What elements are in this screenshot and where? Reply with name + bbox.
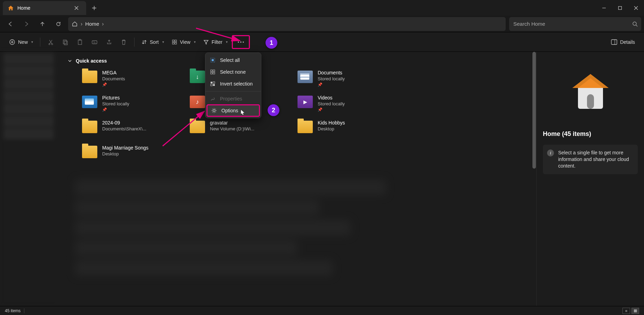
sort-icon — [141, 39, 147, 45]
svg-rect-0 — [619, 6, 622, 9]
maximize-button[interactable] — [612, 1, 628, 15]
view-details-toggle[interactable]: ≡ — [622, 308, 630, 314]
back-button[interactable] — [3, 17, 18, 31]
view-button[interactable]: View ▾ — [168, 35, 199, 49]
cut-button[interactable] — [44, 35, 58, 49]
quick-access-header[interactable]: Quick access — [58, 52, 536, 67]
copy-icon — [62, 39, 68, 45]
more-context-menu: Select all Select none Invert selection … — [205, 52, 261, 118]
details-label: Details — [620, 39, 635, 45]
new-icon — [9, 39, 15, 45]
navigation-sidebar[interactable] — [0, 52, 58, 306]
svg-rect-5 — [63, 40, 66, 44]
status-bar: 45 items ≡ ▦ — [0, 306, 644, 315]
item-sublabel: Stored locally — [102, 101, 129, 106]
details-pane: Home (45 items) i Select a single file t… — [536, 52, 644, 306]
rename-button[interactable] — [88, 35, 101, 49]
quick-access-item[interactable]: VideosStored locally📌 — [297, 95, 402, 114]
content-scrollbar[interactable] — [532, 52, 536, 306]
menu-label: Invert selection — [220, 81, 253, 87]
svg-rect-9 — [92, 41, 97, 44]
new-label: New — [18, 39, 28, 45]
chevron-down-icon — [67, 58, 72, 63]
close-window-button[interactable] — [628, 1, 644, 15]
new-tab-button[interactable] — [88, 2, 100, 14]
item-name: Pictures — [102, 95, 129, 100]
new-button[interactable]: New ▾ — [6, 35, 36, 49]
more-button[interactable] — [232, 35, 250, 49]
status-item-count: 45 items — [5, 308, 21, 313]
filter-button[interactable]: Filter ▾ — [200, 35, 231, 49]
annotation-badge-2: 2 — [268, 104, 279, 116]
tab-home[interactable]: Home — [3, 1, 86, 15]
folder-icon — [297, 121, 313, 133]
item-name: Videos — [318, 95, 345, 100]
svg-point-14 — [238, 41, 239, 42]
refresh-button[interactable] — [51, 17, 66, 31]
select-all-icon — [210, 57, 216, 63]
item-name: gravatar — [210, 120, 254, 126]
svg-rect-21 — [211, 70, 212, 72]
forward-icon — [24, 21, 29, 27]
menu-invert-selection[interactable]: Invert selection — [205, 78, 261, 90]
folder-icon — [297, 96, 313, 108]
quick-access-item[interactable]: gravatarNew Volume (D:)\Wi... — [190, 120, 294, 139]
paste-button[interactable] — [73, 35, 87, 49]
item-name: 2024-09 — [102, 120, 146, 126]
delete-icon — [121, 39, 127, 45]
breadcrumb-location[interactable]: Home — [85, 21, 99, 27]
svg-point-16 — [243, 41, 244, 42]
search-input[interactable] — [513, 21, 637, 27]
quick-access-item[interactable]: PicturesStored locally📌 — [82, 95, 186, 114]
quick-access-item[interactable]: MEGADocuments📌 — [82, 70, 186, 89]
minimize-icon — [602, 6, 606, 10]
properties-icon — [210, 96, 216, 102]
menu-select-all[interactable]: Select all — [205, 54, 261, 66]
toolbar: New ▾ Sort ▾ View ▾ Filter ▾ Details — [0, 32, 644, 52]
svg-rect-28 — [213, 84, 215, 86]
info-icon: i — [547, 150, 554, 156]
svg-rect-25 — [211, 82, 212, 83]
close-tab-button[interactable] — [72, 3, 81, 13]
minimize-button[interactable] — [596, 1, 612, 15]
folder-icon — [82, 146, 97, 158]
menu-options[interactable]: Options — [207, 105, 260, 116]
scrollbar-thumb[interactable] — [532, 52, 536, 169]
cut-icon — [48, 39, 54, 45]
share-button[interactable] — [102, 35, 116, 49]
content-area[interactable]: Quick access MEGADocuments📌DownloadsStor… — [58, 52, 536, 306]
view-label: View — [180, 39, 190, 45]
chevron-down-icon: ▾ — [162, 40, 164, 44]
view-tiles-toggle[interactable]: ▦ — [631, 308, 639, 314]
chevron-right-icon[interactable]: › — [102, 21, 104, 27]
menu-select-none[interactable]: Select none — [205, 66, 261, 78]
forward-button[interactable] — [19, 17, 34, 31]
details-pane-button[interactable]: Details — [608, 35, 638, 49]
back-icon — [8, 21, 13, 27]
separator — [134, 38, 134, 47]
pin-icon: 📌 — [318, 107, 345, 112]
quick-access-item[interactable]: Kids HobbysDesktop — [297, 120, 402, 139]
delete-button[interactable] — [117, 35, 131, 49]
separator — [40, 38, 40, 47]
up-button[interactable] — [35, 17, 50, 31]
sort-button[interactable]: Sort ▾ — [138, 35, 168, 49]
address-bar[interactable]: › Home › — [68, 17, 506, 31]
quick-access-item[interactable]: 2024-09Documents\ShareX\... — [82, 120, 186, 139]
search-box[interactable] — [509, 17, 641, 31]
svg-rect-12 — [172, 42, 174, 44]
item-sublabel: Desktop — [102, 151, 148, 156]
copy-button[interactable] — [58, 35, 72, 49]
home-icon — [8, 5, 14, 11]
quick-access-item[interactable]: DocumentsStored locally📌 — [297, 70, 402, 89]
folder-icon — [190, 121, 205, 133]
close-icon — [74, 6, 79, 10]
menu-properties: Properties — [205, 93, 261, 105]
select-none-icon — [210, 69, 216, 75]
pin-icon: 📌 — [102, 107, 129, 112]
item-sublabel: Documents — [102, 76, 125, 81]
main-area: Quick access MEGADocuments📌DownloadsStor… — [0, 52, 644, 306]
folder-icon — [190, 71, 205, 83]
quick-access-item[interactable]: Magi Marriage SongsDesktop — [82, 145, 186, 164]
svg-rect-23 — [211, 72, 212, 74]
